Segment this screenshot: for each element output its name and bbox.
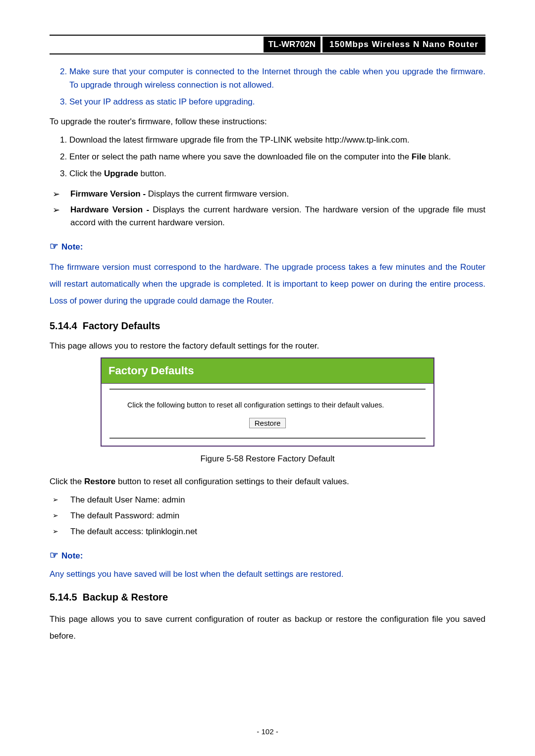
- step-item: Download the latest firmware upgrade fil…: [69, 134, 485, 147]
- notice-list: Make sure that your computer is connecte…: [50, 65, 485, 108]
- section-number: 5.14.4: [50, 320, 77, 331]
- figure-caption: Figure 5-58 Restore Factory Default: [50, 453, 485, 465]
- section-number: 5.14.5: [50, 592, 77, 603]
- defaults-list: The default User Name: admin The default…: [50, 494, 485, 539]
- pointing-hand-icon: ☞: [50, 550, 58, 560]
- step-text: Enter or select the path name where you …: [69, 152, 412, 161]
- version-item: Hardware Version - Displays the current …: [53, 203, 485, 230]
- notice-item: Set your IP address as static IP before …: [69, 96, 485, 108]
- default-item: The default User Name: admin: [53, 494, 485, 506]
- step-text: button.: [138, 169, 166, 178]
- step-text: blank.: [426, 152, 451, 161]
- text: button to reset all configuration settin…: [115, 477, 349, 486]
- note-label: Note:: [61, 551, 83, 560]
- step-item: Click the Upgrade button.: [69, 167, 485, 180]
- firmware-version-text: Displays the current firmware version.: [148, 189, 289, 199]
- factory-defaults-panel: Factory Defaults Click the following but…: [101, 357, 434, 447]
- note-text: Any settings you have saved will be lost…: [50, 568, 485, 581]
- restore-button[interactable]: Restore: [249, 418, 286, 428]
- document-page: TL-WR702N 150Mbps Wireless N Nano Router…: [0, 0, 535, 756]
- hardware-version-label: Hardware Version -: [70, 205, 153, 214]
- version-item: Firmware Version - Displays the current …: [53, 188, 485, 201]
- text: Click the: [50, 477, 84, 486]
- firmware-version-label: Firmware Version -: [70, 189, 148, 199]
- panel-divider: [109, 438, 426, 439]
- section-heading-factory-defaults: 5.14.4 Factory Defaults: [50, 318, 485, 334]
- upgrade-steps: Download the latest firmware upgrade fil…: [50, 134, 485, 181]
- panel-message: Click the following button to reset all …: [127, 400, 424, 410]
- panel-divider: [109, 389, 426, 390]
- panel-title: Factory Defaults: [102, 358, 433, 384]
- pointing-hand-icon: ☞: [50, 241, 58, 252]
- page-header-bar: TL-WR702N 150Mbps Wireless N Nano Router: [50, 35, 485, 54]
- restore-label: Restore: [84, 477, 115, 486]
- backup-restore-intro: This page allows you to save current con…: [50, 611, 485, 645]
- default-item: The default Password: admin: [53, 509, 485, 522]
- header-model: TL-WR702N: [264, 37, 321, 52]
- upgrade-label: Upgrade: [104, 169, 138, 178]
- default-item: The default access: tplinklogin.net: [53, 525, 485, 538]
- restore-instruction: Click the Restore button to reset all co…: [50, 475, 485, 488]
- note-label: Note:: [61, 242, 83, 252]
- step-text: Click the: [69, 169, 104, 178]
- notice-item: Make sure that your computer is connecte…: [69, 65, 485, 92]
- section-title: Backup & Restore: [83, 592, 168, 603]
- upgrade-intro: To upgrade the router's firmware, follow…: [50, 115, 485, 128]
- header-title: 150Mbps Wireless N Nano Router: [322, 37, 485, 52]
- note-text: The firmware version must correspond to …: [50, 259, 485, 309]
- page-number: - 102 -: [0, 726, 535, 737]
- panel-body: Click the following button to reset all …: [102, 384, 433, 446]
- note-heading: ☞Note:: [50, 548, 485, 563]
- section-title: Factory Defaults: [83, 320, 160, 331]
- file-label: File: [412, 152, 426, 161]
- note-heading: ☞Note:: [50, 239, 485, 254]
- step-item: Enter or select the path name where you …: [69, 151, 485, 163]
- version-list: Firmware Version - Displays the current …: [50, 188, 485, 230]
- section-heading-backup-restore: 5.14.5 Backup & Restore: [50, 590, 485, 605]
- factory-defaults-intro: This page allows you to restore the fact…: [50, 340, 485, 353]
